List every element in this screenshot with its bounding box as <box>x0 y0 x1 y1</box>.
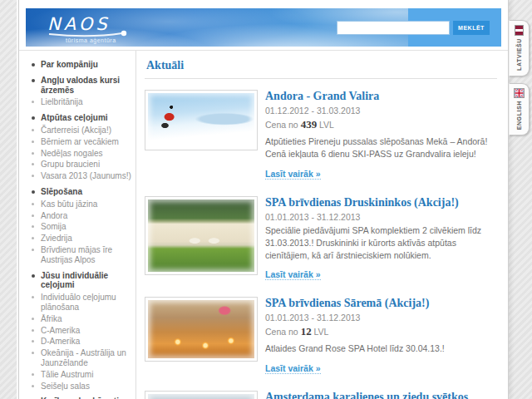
search-input[interactable] <box>337 21 450 35</box>
sidebar-item[interactable]: Vasara 2013 (Jaunums!) <box>41 171 132 181</box>
uk-flag-icon <box>514 88 525 98</box>
header-banner: NAOS tūrisma aģentūra MEKLĒT <box>26 8 501 47</box>
article-title[interactable]: Andora - Grand Valira <box>265 90 497 103</box>
sidebar-item[interactable]: Āfrika <box>41 314 132 324</box>
amsterdam-photo <box>148 394 254 399</box>
article-title[interactable]: Amsterdama karalienes un ziedu svētkos (… <box>265 391 497 399</box>
article: SPA brīvdienas Druskininkos (Akcija!) 01… <box>145 196 497 282</box>
search-button[interactable]: MEKLĒT <box>453 21 490 35</box>
article-dates: 01.01.2013 - 31.12.2013 <box>265 212 497 222</box>
sidebar-item[interactable]: Seišeļu salas <box>41 382 132 392</box>
sidebar-item[interactable]: D-Amerika <box>41 337 132 347</box>
sidebar-item[interactable]: Grupu braucieni <box>41 160 132 170</box>
article-thumbnail[interactable] <box>145 391 258 399</box>
lang-tab-english[interactable]: ENGLISH <box>509 83 530 135</box>
article-price: Cena no 439 LVL <box>265 118 497 131</box>
sidebar-item[interactable]: Atpūtas ceļojumi <box>41 113 132 123</box>
sidebar-item[interactable]: Brīvdienu mājas īre Austrijas Alpos <box>41 245 132 265</box>
price-value: 439 <box>301 118 318 131</box>
sidebar-item[interactable]: Kas būtu jāzina <box>41 200 132 209</box>
logo-subtitle: tūrisma aģentūra <box>66 37 116 43</box>
sidebar-item[interactable]: Somija <box>41 222 132 232</box>
sidebar-item[interactable]: Par kompāniju <box>41 60 132 70</box>
article-thumbnail[interactable] <box>145 196 258 275</box>
site-container: NAOS tūrisma aģentūra MEKLĒT Par kompāni… <box>18 0 509 399</box>
logo: NAOS tūrisma aģentūra <box>44 11 177 41</box>
sidebar-item[interactable]: Andora <box>41 211 132 221</box>
sidebar-item[interactable]: Zviedrija <box>41 234 132 244</box>
article-dates: 01.12.2012 - 31.03.2013 <box>265 106 497 116</box>
sidebar-item[interactable]: Slēpošana <box>41 187 132 197</box>
svg-text:NAOS: NAOS <box>47 14 111 34</box>
latvian-flag-icon <box>515 25 524 36</box>
page-title: Aktuāli <box>145 57 497 79</box>
sidebar-item[interactable]: Angļu valodas kursi ārzemēs <box>41 76 132 96</box>
sidebar-item[interactable]: Individuālo ceļojumu plānošana <box>41 293 132 313</box>
article-description: Speciālie piedāvājumi SPA komplektiem 2 … <box>265 224 497 263</box>
sidebar-item[interactable]: Jūsu individuālie ceļojumi <box>41 271 132 291</box>
read-more-link[interactable]: Lasīt vairāk » <box>265 363 321 374</box>
article: SPA brīvdienas Sāremā (Akcija!) 01.01.20… <box>145 297 497 374</box>
price-value: 12 <box>301 325 312 337</box>
read-more-link[interactable]: Lasīt vairāk » <box>265 169 321 180</box>
sidebar-item[interactable]: Čarterreisi (Akcija!) <box>41 126 132 135</box>
article-dates: 01.01.2013 - 31.12.2013 <box>265 313 497 323</box>
sidebar-item[interactable]: Tālie Austrumi <box>41 370 132 380</box>
ski-photo <box>148 93 254 147</box>
lang-tab-latviesu[interactable]: LATVIEŠU <box>509 20 530 76</box>
article-thumbnail[interactable] <box>145 297 258 362</box>
language-switcher: LATVIEŠU ENGLISH <box>509 20 530 142</box>
sidebar-item[interactable]: Nedēļas nogales <box>41 149 132 159</box>
sidebar-list: Par kompānijuAngļu valodas kursi ārzemēs… <box>41 60 132 399</box>
sidebar-item[interactable]: Okeānija - Austrālija un Jaunzēlande <box>41 348 132 368</box>
sidebar-item[interactable]: C-Amerika <box>41 326 132 336</box>
article-description: Atlaides Grand Rose SPA Hotel līdz 30.04… <box>265 342 497 355</box>
article-title[interactable]: SPA brīvdienas Druskininkos (Akcija!) <box>265 196 497 209</box>
spa-hotel-photo <box>148 200 254 272</box>
sidebar: Par kompānijuAngļu valodas kursi ārzemēs… <box>19 51 136 399</box>
spa-candles-photo <box>148 300 254 358</box>
price-currency: LVL <box>314 327 329 337</box>
article-price: Cena no 12 LVL <box>265 325 497 338</box>
read-more-link[interactable]: Lasīt vairāk » <box>265 269 321 280</box>
article-title[interactable]: SPA brīvdienas Sāremā (Akcija!) <box>265 297 497 310</box>
article: Amsterdama karalienes un ziedu svētkos (… <box>145 391 497 399</box>
article-description: Atpūtieties Pireneju pussalas slēpošanas… <box>265 135 497 160</box>
naos-logo-icon: NAOS <box>44 11 177 37</box>
sidebar-item[interactable]: Lielbritānija <box>41 97 132 107</box>
sidebar-item[interactable]: Bērniem ar vecākiem <box>41 137 132 147</box>
price-currency: LVL <box>319 120 334 130</box>
article-thumbnail[interactable] <box>145 90 258 150</box>
main-content: Aktuāli Andora - Grand Valira 01.12.2012… <box>136 51 508 399</box>
article: Andora - Grand Valira 01.12.2012 - 31.03… <box>145 90 497 180</box>
